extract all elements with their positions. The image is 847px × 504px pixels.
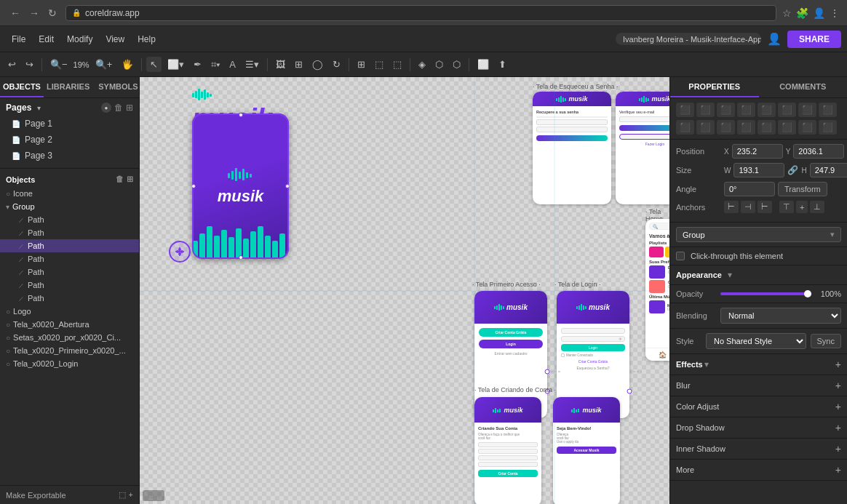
add-object-icon[interactable]: ⊞	[127, 175, 133, 184]
export-btn[interactable]: ⬆	[495, 57, 510, 72]
layout-tool-dropdown[interactable]: ☰▾	[242, 57, 263, 72]
refresh-button[interactable]: ↻	[45, 6, 60, 20]
align-left[interactable]: ⬛	[676, 103, 694, 117]
blur-add-icon[interactable]: +	[835, 380, 841, 391]
text-tool[interactable]: A	[226, 57, 239, 72]
align-bl[interactable]: ⬛	[798, 120, 816, 135]
tab-comments[interactable]: COMMENTS	[759, 77, 848, 97]
align-right[interactable]: ⬛	[717, 103, 735, 117]
opacity-slider[interactable]	[720, 292, 811, 295]
page-item-3[interactable]: 📄 Page 3	[6, 148, 133, 164]
select-tool[interactable]: ↖	[146, 57, 162, 72]
pen-tool[interactable]: ✒	[190, 57, 205, 72]
anchor-top[interactable]: ⊤	[779, 201, 794, 213]
menu-icon[interactable]: ⋮	[830, 7, 840, 19]
angle-input[interactable]	[724, 182, 775, 196]
size-w-input[interactable]	[733, 163, 784, 177]
obj-setas[interactable]: ○ Setas_x0020_por_x0020_Ci...	[0, 331, 139, 344]
export-settings-icon[interactable]: ⬚	[119, 490, 126, 500]
position-x-input[interactable]	[732, 144, 783, 159]
bookmark-icon[interactable]: ☆	[782, 7, 792, 19]
distribute-tool[interactable]: ⬚	[371, 57, 387, 72]
grid-tool[interactable]: ⊞	[354, 57, 369, 72]
anchor-right[interactable]: ⊢	[757, 201, 772, 213]
page-item-2[interactable]: 📄 Page 2	[6, 132, 133, 148]
address-bar[interactable]: 🔒 coreldraw.app	[65, 5, 776, 21]
distribute-v[interactable]: ⬛	[819, 103, 837, 117]
obj-path-3[interactable]: ⟋ Path	[0, 239, 139, 252]
anchor-left[interactable]: ⊢	[724, 201, 739, 213]
zoom-in-button[interactable]: 🔍+	[92, 57, 116, 72]
align-tr[interactable]: ⬛	[717, 120, 735, 135]
align-bc[interactable]: ⬛	[819, 120, 837, 135]
align-mr[interactable]: ⬛	[778, 120, 796, 135]
obj-icone[interactable]: ○ Icone	[0, 187, 139, 200]
circle-tool[interactable]: ◯	[309, 57, 327, 72]
canvas-area[interactable]: musik · Logo a Cores ·	[140, 77, 669, 504]
lock-ratio-icon[interactable]: 🔗	[787, 165, 798, 175]
anchor-bottom[interactable]: ⊥	[810, 201, 824, 213]
rotate-tool[interactable]: ↻	[329, 57, 344, 72]
obj-path-6[interactable]: ⟋ Path	[0, 279, 139, 292]
more-tool[interactable]: ⬡	[449, 57, 464, 72]
export-add-icon[interactable]: +	[129, 490, 133, 500]
align-bottom[interactable]: ⬛	[778, 103, 796, 117]
tab-objects[interactable]: OBJECTS	[0, 77, 44, 97]
position-y-input[interactable]	[793, 144, 844, 159]
obj-path-1[interactable]: ⟋ Path	[0, 213, 139, 226]
tab-properties[interactable]: PROPERTIES	[670, 77, 759, 97]
page-item-1[interactable]: 📄 Page 1	[6, 116, 133, 132]
undo-button[interactable]: ↩	[4, 57, 20, 72]
profile-icon[interactable]: 👤	[813, 7, 825, 19]
effects-add-icon[interactable]: +	[835, 359, 841, 370]
style-select[interactable]: No Shared Style	[706, 333, 806, 349]
extensions-icon[interactable]: 🧩	[796, 7, 808, 19]
shape-tool-dropdown[interactable]: ⬜▾	[164, 57, 188, 72]
symbol-tool[interactable]: ⬚	[389, 57, 405, 72]
redo-button[interactable]: ↪	[22, 57, 37, 72]
menu-help[interactable]: Help	[132, 31, 162, 47]
delete-object-icon[interactable]: 🗑	[116, 175, 124, 184]
prototype-tool[interactable]: ◈	[415, 57, 429, 72]
pages-dropdown-icon[interactable]: ▾	[37, 104, 41, 112]
anchor-center[interactable]: ⊣	[741, 201, 755, 213]
size-h-input[interactable]	[810, 163, 847, 177]
effect-inner-shadow[interactable]: Inner Shadow +	[670, 439, 847, 460]
obj-logo[interactable]: ○ Logo	[0, 305, 139, 318]
tab-symbols[interactable]: SYMBOLS	[92, 77, 143, 97]
obj-abertura[interactable]: ○ Tela_x0020_Abertura	[0, 318, 139, 331]
sync-button[interactable]: Sync	[811, 334, 841, 348]
tab-libraries[interactable]: LIBRARIES	[44, 77, 92, 97]
image-tool[interactable]: 🖼	[272, 57, 289, 72]
obj-group[interactable]: ▾ Group	[0, 200, 139, 213]
more-add-icon[interactable]: +	[835, 464, 841, 476]
align-tl[interactable]: ⬛	[676, 120, 694, 135]
menu-view[interactable]: View	[100, 31, 130, 47]
drop-shadow-add-icon[interactable]: +	[835, 422, 841, 433]
panel-bottom[interactable]: Make Exportable ⬚ +	[0, 485, 139, 504]
back-button[interactable]: ←	[7, 6, 23, 20]
align-ml[interactable]: ⬛	[737, 120, 755, 135]
obj-path-7[interactable]: ⟋ Path	[0, 292, 139, 305]
color-adjust-add-icon[interactable]: +	[835, 401, 841, 412]
node-tool-dropdown[interactable]: ⌗▾	[207, 57, 223, 73]
menu-modify[interactable]: Modify	[61, 31, 98, 47]
page-toggle[interactable]: ●	[101, 103, 111, 113]
align-center-v[interactable]: ⬛	[757, 103, 776, 117]
align-center-h[interactable]: ⬛	[696, 103, 715, 117]
zoom-out-button[interactable]: 🔍−	[47, 57, 71, 72]
obj-path-2[interactable]: ⟋ Path	[0, 226, 139, 239]
anchor-middle[interactable]: +	[796, 201, 808, 213]
export-tool[interactable]: ⬡	[432, 57, 447, 72]
pan-tool[interactable]: 🖐	[118, 57, 137, 72]
click-through-checkbox[interactable]	[676, 252, 685, 260]
share-button[interactable]: SHARE	[787, 31, 841, 48]
obj-path-5[interactable]: ⟋ Path	[0, 265, 139, 279]
obj-primeiro[interactable]: ○ Tela_x0020_Primeiro_x0020_...	[0, 344, 139, 357]
align-mc[interactable]: ⬛	[757, 120, 776, 135]
transform-button[interactable]: Transform	[778, 182, 827, 196]
menu-edit[interactable]: Edit	[33, 31, 60, 47]
effect-drop-shadow[interactable]: Drop Shadow +	[670, 417, 847, 439]
menu-file[interactable]: File	[6, 31, 31, 47]
effect-color-adjust[interactable]: Color Adjust +	[670, 396, 847, 417]
